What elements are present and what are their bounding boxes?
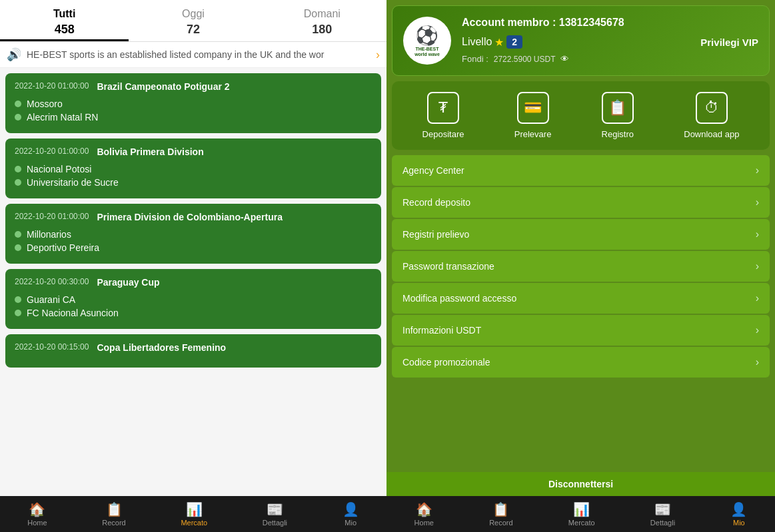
tab-domani[interactable]: Domani 180: [258, 0, 387, 41]
right-panel: ⚽ THE-BESTworld wave Account membro : 13…: [387, 0, 775, 532]
tab-domani-count: 180: [258, 23, 387, 37]
account-info: Account membro : 13812345678 Livello ★ 2…: [462, 17, 758, 64]
left-nav-item-record[interactable]: 📋 Record: [102, 501, 125, 527]
team-dot-icon: [15, 310, 21, 316]
left-nav-item-mio[interactable]: 👤 Mio: [343, 501, 359, 527]
nav-icon: 🏠: [29, 501, 45, 517]
right-bottom-nav: 🏠 Home 📋 Record 📊 Mercato 📰 Dettagli 👤 M…: [387, 496, 775, 532]
action-label: Prelevare: [514, 129, 552, 139]
match-team: Mossoro: [15, 99, 372, 109]
left-nav-item-dettagli[interactable]: 📰 Dettagli: [263, 501, 287, 527]
match-time: 2022-10-20 01:00:00: [15, 81, 89, 92]
match-league: Copa Libertadores Femenino: [97, 342, 226, 353]
ticker-bar: 🔊 HE-BEST sports is an established liste…: [0, 42, 387, 68]
action-btn-registro[interactable]: 📋 Registro: [602, 92, 634, 139]
tab-tutti-label: Tutti: [53, 8, 75, 19]
disconnect-button[interactable]: Disconnettersi: [387, 472, 775, 496]
livello-label: Livello: [462, 36, 492, 48]
nav-label: Mercato: [181, 519, 207, 527]
nav-icon: 👤: [343, 501, 359, 517]
menu-item-label: Codice promozionale: [402, 357, 490, 368]
fondi-value: 2722.5900 USDT: [494, 55, 556, 64]
menu-item-label: Modifica password accesso: [402, 293, 516, 304]
level-badge: Livello ★ 2: [462, 35, 522, 49]
right-nav-item-dettagli[interactable]: 📰 Dettagli: [650, 501, 675, 527]
match-time: 2022-10-20 01:00:00: [15, 146, 89, 157]
chevron-right-icon: ›: [756, 228, 759, 240]
menu-list: Agency Center › Record deposito › Regist…: [387, 155, 775, 472]
action-icon-1: 💳: [517, 92, 549, 124]
menu-item-label: Password transazione: [402, 261, 494, 272]
chevron-right-icon: ›: [756, 356, 759, 368]
team-name: FC Nacional Asuncion: [27, 308, 119, 318]
nav-icon: 📊: [573, 501, 590, 517]
vip-label: Privilegi VIP: [700, 37, 758, 48]
menu-item-label: Agency Center: [402, 165, 464, 176]
tab-oggi-label: Oggi: [182, 8, 205, 19]
right-nav-item-home[interactable]: 🏠 Home: [414, 501, 434, 527]
menu-item-modifica-password-accesso[interactable]: Modifica password accesso ›: [392, 283, 770, 314]
account-card: ⚽ THE-BESTworld wave Account membro : 13…: [392, 5, 770, 76]
match-card[interactable]: 2022-10-20 01:00:00 Bolivia Primera Divi…: [5, 138, 381, 198]
action-buttons: ₮ Depositare 💳 Prelevare 📋 Registro ⏱ Do…: [392, 81, 770, 150]
action-btn-download-app[interactable]: ⏱ Download app: [684, 92, 739, 139]
match-card[interactable]: 2022-10-20 01:00:00 Brazil Campeonato Po…: [5, 73, 381, 133]
nav-label: Mio: [345, 519, 357, 527]
fondi-label: Fondi :: [462, 54, 488, 64]
star-icon: ★: [494, 36, 504, 49]
chevron-right-icon: ›: [756, 292, 759, 304]
team-dot-icon: [15, 166, 21, 172]
team-name: Deportivo Pereira: [27, 242, 99, 253]
tab-header: Tutti 458 Oggi 72 Domani 180: [0, 0, 387, 42]
nav-label: Home: [414, 519, 434, 527]
menu-item-record-deposito[interactable]: Record deposito ›: [392, 187, 770, 218]
match-league: Bolivia Primera Division: [97, 146, 203, 157]
right-nav-item-record[interactable]: 📋 Record: [489, 501, 512, 527]
action-icon-2: 📋: [602, 92, 634, 124]
action-btn-prelevare[interactable]: 💳 Prelevare: [514, 92, 552, 139]
menu-item-password-transazione[interactable]: Password transazione ›: [392, 251, 770, 282]
account-number-value: 13812345678: [559, 17, 624, 28]
action-label: Depositare: [422, 129, 464, 139]
right-nav-item-mio[interactable]: 👤 Mio: [730, 501, 747, 527]
match-card[interactable]: 2022-10-20 00:15:00 Copa Libertadores Fe…: [5, 334, 381, 368]
tab-domani-label: Domani: [304, 8, 341, 19]
match-card[interactable]: 2022-10-20 00:30:00 Paraguay Cup Guarani…: [5, 269, 381, 329]
ticker-text: HE-BEST sports is an established listed …: [27, 49, 371, 60]
nav-label: Mio: [733, 519, 745, 527]
matches-list: 2022-10-20 01:00:00 Brazil Campeonato Po…: [0, 68, 387, 496]
team-name: Millonarios: [27, 229, 71, 240]
match-header: 2022-10-20 00:15:00 Copa Libertadores Fe…: [15, 342, 372, 353]
funds-row: Fondi : 2722.5900 USDT 👁: [462, 54, 758, 64]
action-label: Download app: [684, 129, 739, 139]
menu-item-codice-promozionale[interactable]: Codice promozionale ›: [392, 347, 770, 378]
action-icon-3: ⏱: [696, 92, 728, 124]
match-team: Millonarios: [15, 229, 372, 240]
left-nav-item-home[interactable]: 🏠 Home: [27, 501, 47, 527]
nav-label: Dettagli: [263, 519, 287, 527]
action-btn-depositare[interactable]: ₮ Depositare: [422, 92, 464, 139]
tab-tutti[interactable]: Tutti 458: [0, 0, 129, 41]
left-nav-item-mercato[interactable]: 📊 Mercato: [181, 501, 207, 527]
nav-icon: 🏠: [416, 501, 432, 517]
eye-icon[interactable]: 👁: [560, 54, 569, 64]
speaker-icon: 🔊: [7, 47, 21, 62]
nav-label: Home: [27, 519, 47, 527]
chevron-right-icon: ›: [756, 260, 759, 272]
match-team: Alecrim Natal RN: [15, 112, 372, 123]
nav-icon: 👤: [730, 501, 747, 517]
match-league: Brazil Campeonato Potiguar 2: [97, 81, 229, 92]
tab-oggi-count: 72: [129, 23, 257, 37]
team-dot-icon: [15, 231, 21, 238]
right-nav-item-mercato[interactable]: 📊 Mercato: [568, 501, 595, 527]
match-time: 2022-10-20 00:15:00: [15, 342, 89, 353]
menu-item-agency-center[interactable]: Agency Center ›: [392, 155, 770, 186]
logo: ⚽ THE-BESTworld wave: [403, 17, 451, 65]
match-card[interactable]: 2022-10-20 01:00:00 Primera Division de …: [5, 204, 381, 264]
team-dot-icon: [15, 244, 21, 251]
tab-oggi[interactable]: Oggi 72: [129, 0, 257, 41]
menu-item-registri-prelievo[interactable]: Registri prelievo ›: [392, 219, 770, 250]
nav-icon: 📋: [492, 501, 509, 517]
menu-item-informazioni-usdt[interactable]: Informazioni USDT ›: [392, 315, 770, 346]
nav-label: Dettagli: [650, 519, 675, 527]
